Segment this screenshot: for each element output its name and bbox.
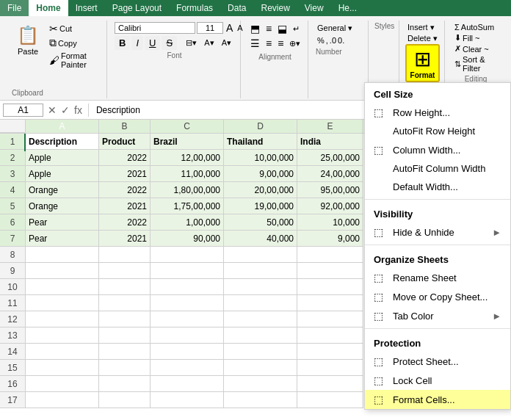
cell-e8[interactable] bbox=[297, 247, 363, 263]
column-width-menu-item[interactable]: ⬚ Column Width... bbox=[365, 140, 510, 159]
cell-c16[interactable] bbox=[151, 376, 224, 392]
row-height-menu-item[interactable]: ⬚ Row Height... bbox=[365, 103, 510, 122]
formula-insert-icon[interactable]: fx bbox=[73, 104, 84, 116]
cell-c9[interactable] bbox=[151, 263, 224, 279]
col-header-d[interactable]: D bbox=[224, 120, 297, 133]
cell-e10[interactable] bbox=[297, 279, 363, 295]
cell-e7[interactable]: 9,000 bbox=[297, 231, 363, 247]
cell-b12[interactable] bbox=[99, 311, 151, 327]
cell-d10[interactable] bbox=[224, 279, 297, 295]
row-header-5[interactable]: 5 bbox=[0, 198, 26, 214]
autosum-button[interactable]: Σ AutoSum bbox=[452, 22, 499, 32]
cell-b9[interactable] bbox=[99, 263, 151, 279]
autofit-column-width-menu-item[interactable]: AutoFit Column Width bbox=[365, 159, 510, 178]
border-button[interactable]: ⊟▾ bbox=[183, 37, 200, 49]
decrease-decimal-button[interactable]: 0. bbox=[338, 36, 344, 45]
row-header-10[interactable]: 10 bbox=[0, 279, 26, 295]
cell-d17[interactable] bbox=[224, 392, 297, 408]
cell-e16[interactable] bbox=[297, 376, 363, 392]
font-color-button[interactable]: A▾ bbox=[219, 37, 234, 49]
row-header-4[interactable]: 4 bbox=[0, 182, 26, 198]
tab-color-menu-item[interactable]: ⬚ Tab Color ► bbox=[365, 306, 510, 325]
cell-c8[interactable] bbox=[151, 247, 224, 263]
clear-button[interactable]: ✗ Clear ~ bbox=[452, 43, 499, 54]
cell-e17[interactable] bbox=[297, 392, 363, 408]
bold-button[interactable]: B bbox=[115, 36, 130, 50]
row-header-11[interactable]: 11 bbox=[0, 295, 26, 311]
cell-d4[interactable]: 20,00,000 bbox=[224, 182, 297, 198]
row-header-6[interactable]: 6 bbox=[0, 214, 26, 231]
cell-c2[interactable]: 12,00,000 bbox=[151, 150, 224, 166]
format-cells-menu-item[interactable]: ⬚ Format Cells... bbox=[365, 390, 510, 409]
cell-e5[interactable]: 92,00,000 bbox=[297, 198, 363, 214]
cell-e9[interactable] bbox=[297, 263, 363, 279]
underline-button[interactable]: U bbox=[145, 36, 160, 50]
cell-a15[interactable] bbox=[26, 360, 99, 376]
cell-d7[interactable]: 40,000 bbox=[224, 231, 297, 247]
cell-e15[interactable] bbox=[297, 360, 363, 376]
format-painter-button[interactable]: 🖌 Format Painter bbox=[47, 51, 101, 70]
cell-d8[interactable] bbox=[224, 247, 297, 263]
cell-c11[interactable] bbox=[151, 295, 224, 311]
menu-help[interactable]: He... bbox=[331, 0, 364, 16]
cell-b13[interactable] bbox=[99, 327, 151, 344]
cell-e11[interactable] bbox=[297, 295, 363, 311]
cell-d16[interactable] bbox=[224, 376, 297, 392]
menu-data[interactable]: Data bbox=[220, 0, 253, 16]
cell-e4[interactable]: 95,00,000 bbox=[297, 182, 363, 198]
lock-cell-menu-item[interactable]: ⬚ Lock Cell bbox=[365, 371, 510, 390]
protect-sheet-menu-item[interactable]: ⬚ Protect Sheet... bbox=[365, 352, 510, 371]
cell-b17[interactable] bbox=[99, 392, 151, 408]
row-header-13[interactable]: 13 bbox=[0, 327, 26, 344]
cell-e13[interactable] bbox=[297, 327, 363, 344]
cell-a5[interactable]: Orange bbox=[26, 198, 99, 214]
sort-filter-button[interactable]: ⇅ Sort & Filter bbox=[452, 54, 499, 73]
row-header-17[interactable]: 17 bbox=[0, 392, 26, 408]
cell-a4[interactable]: Orange bbox=[26, 182, 99, 198]
align-center-button[interactable]: ≡ bbox=[264, 37, 274, 50]
rename-sheet-menu-item[interactable]: ⬚ Rename Sheet bbox=[365, 268, 510, 287]
cell-b14[interactable] bbox=[99, 344, 151, 360]
cell-a10[interactable] bbox=[26, 279, 99, 295]
font-size-input[interactable] bbox=[197, 22, 223, 34]
cell-d14[interactable] bbox=[224, 344, 297, 360]
cell-d2[interactable]: 10,00,000 bbox=[224, 150, 297, 166]
percent-button[interactable]: % bbox=[317, 36, 325, 45]
cell-a9[interactable] bbox=[26, 263, 99, 279]
cell-a6[interactable]: Pear bbox=[26, 214, 99, 231]
strikethrough-button[interactable]: S bbox=[162, 36, 177, 50]
menu-formulas[interactable]: Formulas bbox=[169, 0, 220, 16]
cell-b7[interactable]: 2021 bbox=[99, 231, 151, 247]
move-copy-sheet-menu-item[interactable]: ⬚ Move or Copy Sheet... bbox=[365, 287, 510, 306]
cell-b1[interactable]: Product bbox=[99, 134, 151, 150]
col-header-b[interactable]: B bbox=[99, 120, 151, 133]
cell-d1[interactable]: Thailand bbox=[224, 134, 297, 150]
cell-e1[interactable]: India bbox=[297, 134, 363, 150]
col-header-a[interactable]: A bbox=[26, 120, 99, 133]
cell-c6[interactable]: 1,00,000 bbox=[151, 214, 224, 231]
cell-a1[interactable]: Description bbox=[26, 134, 99, 150]
row-header-1[interactable]: 1 bbox=[0, 134, 26, 150]
cell-c14[interactable] bbox=[151, 344, 224, 360]
cell-b11[interactable] bbox=[99, 295, 151, 311]
row-header-8[interactable]: 8 bbox=[0, 247, 26, 263]
cell-a17[interactable] bbox=[26, 392, 99, 408]
col-header-c[interactable]: C bbox=[151, 120, 224, 133]
cell-a16[interactable] bbox=[26, 376, 99, 392]
menu-file[interactable]: File bbox=[0, 0, 29, 16]
copy-button[interactable]: ⧉ Copy bbox=[47, 36, 101, 50]
menu-review[interactable]: Review bbox=[253, 0, 297, 16]
cell-c4[interactable]: 1,80,00,000 bbox=[151, 182, 224, 198]
cell-a7[interactable]: Pear bbox=[26, 231, 99, 247]
cell-d12[interactable] bbox=[224, 311, 297, 327]
cell-b8[interactable] bbox=[99, 247, 151, 263]
row-header-2[interactable]: 2 bbox=[0, 150, 26, 166]
cell-c15[interactable] bbox=[151, 360, 224, 376]
cell-e14[interactable] bbox=[297, 344, 363, 360]
cell-b2[interactable]: 2022 bbox=[99, 150, 151, 166]
row-header-12[interactable]: 12 bbox=[0, 311, 26, 327]
italic-button[interactable]: I bbox=[131, 36, 143, 50]
row-header-14[interactable]: 14 bbox=[0, 344, 26, 360]
delete-button[interactable]: Delete ▾ bbox=[405, 33, 440, 44]
cell-b4[interactable]: 2022 bbox=[99, 182, 151, 198]
